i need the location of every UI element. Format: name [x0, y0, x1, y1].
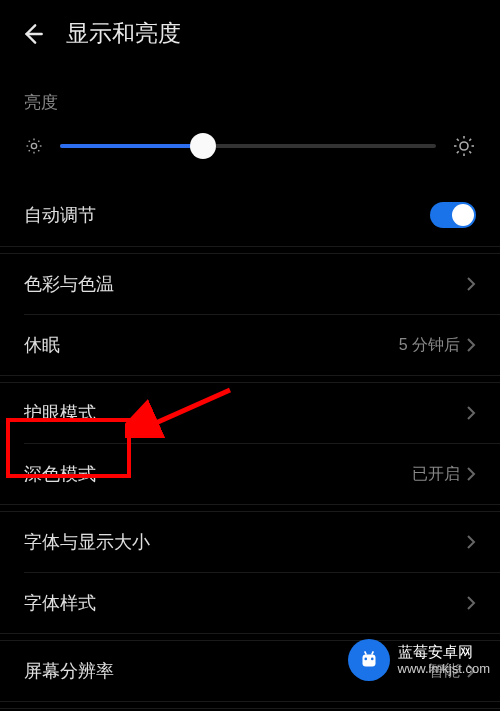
screen-resolution-label: 屏幕分辨率 [24, 659, 114, 683]
row-eye-comfort[interactable]: 护眼模式 [0, 383, 500, 443]
svg-point-23 [370, 658, 373, 661]
chevron-right-icon [466, 466, 476, 482]
brightness-section-label: 亮度 [24, 69, 476, 132]
row-dark-mode[interactable]: 深色模式 已开启 [0, 444, 500, 504]
svg-line-6 [29, 141, 30, 142]
chevron-right-icon [466, 534, 476, 550]
svg-line-25 [371, 651, 373, 654]
row-font-display-size[interactable]: 字体与显示大小 [0, 512, 500, 572]
eye-comfort-label: 护眼模式 [24, 401, 96, 425]
watermark: 蓝莓安卓网 www.lmkjst.com [348, 639, 490, 681]
svg-point-1 [31, 143, 36, 148]
font-display-size-label: 字体与显示大小 [24, 530, 150, 554]
brightness-slider[interactable] [60, 132, 436, 160]
color-temp-label: 色彩与色温 [24, 272, 114, 296]
svg-line-18 [469, 139, 471, 141]
chevron-right-icon [466, 405, 476, 421]
svg-line-16 [469, 151, 471, 153]
sleep-label: 休眠 [24, 333, 60, 357]
sleep-value: 5 分钟后 [399, 335, 460, 356]
svg-line-8 [29, 150, 30, 151]
svg-point-22 [364, 658, 367, 661]
auto-adjust-label: 自动调节 [24, 203, 96, 227]
page-title: 显示和亮度 [66, 18, 181, 49]
auto-adjust-toggle[interactable] [430, 202, 476, 228]
watermark-url: www.lmkjst.com [398, 661, 490, 677]
chevron-right-icon [466, 276, 476, 292]
chevron-right-icon [466, 337, 476, 353]
svg-line-7 [38, 150, 39, 151]
sun-high-icon [452, 134, 476, 158]
row-color-temp[interactable]: 色彩与色温 [0, 254, 500, 314]
chevron-right-icon [466, 595, 476, 611]
svg-line-15 [457, 139, 459, 141]
font-style-label: 字体样式 [24, 591, 96, 615]
back-button[interactable] [20, 21, 46, 47]
sun-low-icon [24, 136, 44, 156]
row-auto-adjust[interactable]: 自动调节 [0, 184, 500, 246]
row-font-style[interactable]: 字体样式 [0, 573, 500, 633]
dark-mode-value: 已开启 [412, 464, 460, 485]
watermark-title: 蓝莓安卓网 [398, 643, 490, 661]
row-sleep[interactable]: 休眠 5 分钟后 [0, 315, 500, 375]
dark-mode-label: 深色模式 [24, 462, 96, 486]
svg-rect-21 [362, 655, 375, 667]
svg-line-9 [38, 141, 39, 142]
watermark-logo-icon [348, 639, 390, 681]
svg-point-10 [460, 142, 468, 150]
svg-line-17 [457, 151, 459, 153]
svg-line-24 [364, 651, 366, 654]
